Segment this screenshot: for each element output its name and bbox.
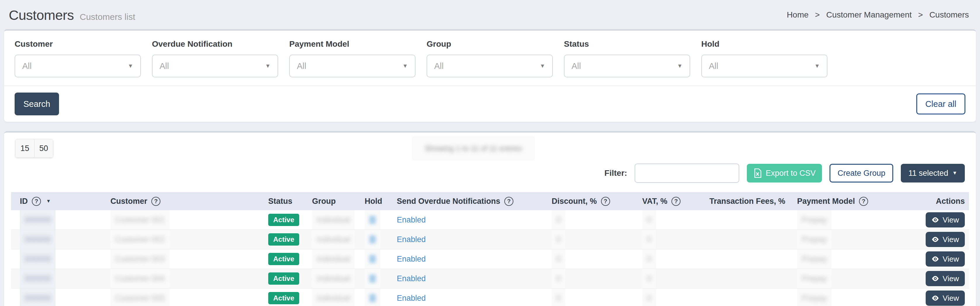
status-badge: Active	[268, 292, 299, 304]
clear-all-button[interactable]: Clear all	[916, 94, 966, 114]
eye-icon	[932, 276, 939, 281]
help-icon[interactable]: ?	[151, 197, 161, 206]
column-header-group[interactable]: Group	[303, 197, 356, 206]
table-row: 000000 Customer 002 Active Individual En…	[11, 230, 969, 249]
customers-table-panel: 15 50 Showing 1 to 11 of 11 entries Filt…	[4, 131, 976, 306]
breadcrumb-home[interactable]: Home	[787, 10, 809, 19]
breadcrumb-customer-management[interactable]: Customer Management	[826, 10, 912, 19]
column-header-send-overdue-notifications[interactable]: Send Overdue Notifications ?	[388, 197, 543, 206]
cell-payment-model-redacted: Prepay	[802, 294, 827, 303]
view-button[interactable]: View	[926, 212, 965, 227]
cell-id-redacted: 000000	[25, 235, 51, 244]
page-size-50-button[interactable]: 50	[34, 139, 53, 157]
filter-field-customer: Customer All ▼	[14, 40, 141, 78]
cell-vat-redacted: 0	[647, 255, 651, 264]
hold-select[interactable]: All ▼	[701, 55, 827, 78]
cell-hold-redacted	[369, 294, 376, 302]
view-button[interactable]: View	[926, 251, 965, 266]
overdue-enabled-link[interactable]: Enabled	[397, 255, 426, 264]
search-button[interactable]: Search	[14, 92, 59, 115]
column-header-hold[interactable]: Hold	[356, 197, 388, 206]
table-row: 000000 Customer 004 Active Individual En…	[11, 269, 969, 289]
column-header-payment-model[interactable]: Payment Model ?	[788, 197, 891, 206]
overdue-enabled-link[interactable]: Enabled	[397, 274, 426, 283]
view-button[interactable]: View	[926, 271, 965, 286]
overdue-enabled-link[interactable]: Enabled	[397, 294, 426, 303]
export-to-csv-label: Export to CSV	[765, 169, 816, 178]
column-header-id[interactable]: ID ? ▼	[11, 197, 102, 206]
select-value: All	[297, 61, 306, 71]
selected-dropdown-button[interactable]: 11 selected ▼	[901, 164, 965, 182]
breadcrumb: Home > Customer Management > Customers	[787, 10, 969, 19]
page-subtitle: Customers list	[80, 12, 135, 22]
overdue-enabled-link[interactable]: Enabled	[397, 216, 426, 225]
cell-discount-redacted: 0	[556, 294, 561, 303]
filter-field-hold: Hold All ▼	[701, 40, 827, 78]
filter-panel: Customer All ▼ Overdue Notification All …	[4, 29, 976, 122]
export-to-csv-button[interactable]: Export to CSV	[747, 164, 822, 182]
chevron-down-icon: ▼	[128, 63, 133, 69]
group-select[interactable]: All ▼	[426, 55, 553, 78]
status-badge: Active	[268, 233, 299, 246]
cell-group-redacted: Individual	[317, 216, 350, 225]
breadcrumb-separator: >	[918, 10, 923, 19]
filter-label: Group	[426, 40, 553, 49]
select-value: All	[22, 61, 32, 71]
cell-payment-model-redacted: Prepay	[802, 235, 827, 244]
view-button-label: View	[943, 294, 959, 303]
breadcrumb-separator: >	[815, 10, 819, 19]
filter-label: Customer	[14, 40, 141, 49]
chevron-down-icon: ▼	[402, 63, 408, 69]
table-row: 000000 Customer 003 Active Individual En…	[11, 249, 969, 269]
sort-desc-icon[interactable]: ▼	[46, 198, 51, 204]
cell-hold-redacted	[369, 216, 376, 224]
cell-group-redacted: Individual	[317, 255, 350, 264]
filter-field-payment-model: Payment Model All ▼	[289, 40, 415, 78]
table-toolbar-actions: Filter: Export to CSV Create Group 11 se…	[4, 160, 976, 190]
column-header-status[interactable]: Status	[259, 197, 303, 206]
chevron-down-icon: ▼	[265, 63, 270, 69]
cell-hold-redacted	[369, 255, 376, 263]
chevron-down-icon: ▼	[952, 170, 957, 176]
cell-vat-redacted: 0	[647, 216, 651, 225]
filter-label: Overdue Notification	[152, 40, 278, 49]
page-size-15-button[interactable]: 15	[16, 139, 34, 157]
overdue-enabled-link[interactable]: Enabled	[397, 235, 426, 244]
create-group-button[interactable]: Create Group	[829, 164, 893, 182]
help-icon[interactable]: ?	[32, 197, 41, 206]
view-button[interactable]: View	[926, 290, 965, 306]
cell-customer-redacted: Customer 005	[115, 294, 165, 303]
payment-model-select[interactable]: All ▼	[289, 55, 415, 78]
help-icon[interactable]: ?	[504, 197, 513, 206]
showing-entries-redacted: Showing 1 to 11 of 11 entries	[412, 136, 535, 160]
csv-file-icon	[753, 168, 762, 178]
cell-discount-redacted: 0	[556, 255, 561, 264]
help-icon[interactable]: ?	[601, 197, 610, 206]
view-button[interactable]: View	[926, 232, 965, 247]
showing-entries-text: Showing 1 to 11 of 11 entries	[425, 144, 522, 153]
customer-select[interactable]: All ▼	[14, 55, 141, 78]
table-filter-input[interactable]	[635, 163, 739, 183]
column-header-vat[interactable]: VAT, % ?	[633, 197, 701, 206]
cell-hold-redacted	[369, 235, 376, 244]
column-header-transaction-fees[interactable]: Transaction Fees, %	[701, 197, 788, 206]
help-icon[interactable]: ?	[859, 197, 868, 206]
overdue-notification-select[interactable]: All ▼	[152, 55, 278, 78]
filter-input-label: Filter:	[605, 168, 627, 178]
cell-discount-redacted: 0	[556, 274, 561, 283]
cell-vat-redacted: 0	[647, 274, 651, 283]
cell-hold-redacted	[369, 274, 376, 283]
column-header-customer[interactable]: Customer ?	[102, 197, 259, 206]
chevron-down-icon: ▼	[815, 63, 820, 69]
cell-payment-model-redacted: Prepay	[802, 255, 827, 264]
table-header-row: ID ? ▼ Customer ? Status Group Hold Send…	[11, 192, 969, 210]
select-value: All	[434, 61, 444, 71]
status-select[interactable]: All ▼	[564, 55, 690, 78]
cell-id-redacted: 000000	[25, 255, 51, 264]
chevron-down-icon: ▼	[540, 63, 545, 69]
help-icon[interactable]: ?	[671, 197, 681, 206]
column-header-discount[interactable]: Discount, % ?	[543, 197, 633, 206]
column-header-actions: Actions	[891, 197, 969, 206]
filter-field-overdue-notification: Overdue Notification All ▼	[152, 40, 278, 78]
cell-customer-redacted: Customer 002	[115, 235, 165, 244]
